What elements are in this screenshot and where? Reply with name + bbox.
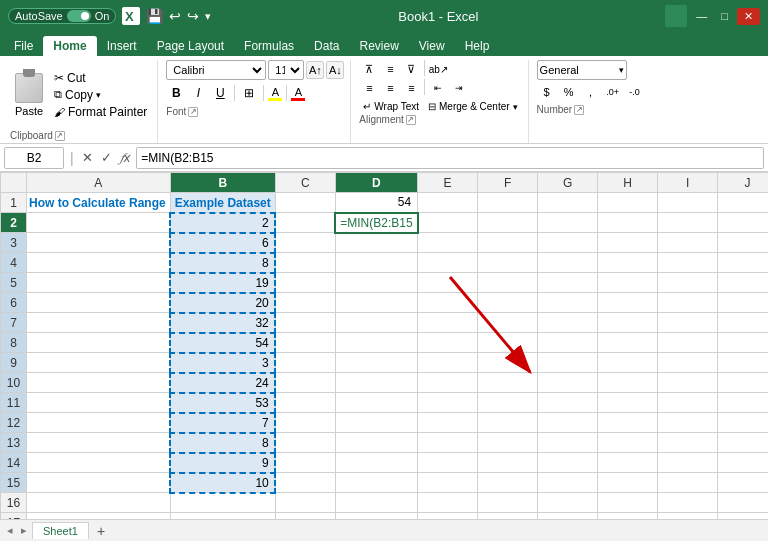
cell-h11[interactable] (598, 393, 658, 413)
cell-h4[interactable] (598, 253, 658, 273)
cell-b15[interactable]: 10 (170, 473, 275, 493)
tab-review[interactable]: Review (349, 36, 408, 56)
cell-g14[interactable] (538, 453, 598, 473)
cell-e2[interactable] (418, 213, 478, 233)
confirm-formula-btn[interactable]: ✓ (99, 150, 114, 165)
cell-e12[interactable] (418, 413, 478, 433)
sheet-tab-nav-left[interactable]: ◂ (4, 524, 16, 537)
merge-center-btn[interactable]: ⊟ Merge & Center ▾ (424, 100, 522, 113)
cell-i16[interactable] (658, 493, 718, 513)
cell-c12[interactable] (275, 413, 335, 433)
col-header-d[interactable]: D (335, 173, 417, 193)
cell-a13[interactable] (27, 433, 171, 453)
cell-i6[interactable] (658, 293, 718, 313)
cell-d9[interactable] (335, 353, 417, 373)
cell-a12[interactable] (27, 413, 171, 433)
row-header-5[interactable]: 5 (1, 273, 27, 293)
align-top-right-btn[interactable]: ⊽ (401, 60, 421, 78)
cell-j9[interactable] (718, 353, 768, 373)
orient-btn[interactable]: ab↗ (428, 60, 448, 78)
cell-b16[interactable] (170, 493, 275, 513)
cell-e14[interactable] (418, 453, 478, 473)
fill-color-button[interactable]: A (268, 86, 282, 101)
cell-f17[interactable] (478, 513, 538, 520)
cell-h3[interactable] (598, 233, 658, 253)
cell-c1[interactable] (275, 193, 335, 213)
cell-h13[interactable] (598, 433, 658, 453)
cell-a16[interactable] (27, 493, 171, 513)
col-header-j[interactable]: J (718, 173, 768, 193)
cell-b5[interactable]: 19 (170, 273, 275, 293)
cell-f7[interactable] (478, 313, 538, 333)
tab-formulas[interactable]: Formulas (234, 36, 304, 56)
cell-j15[interactable] (718, 473, 768, 493)
cell-b9[interactable]: 3 (170, 353, 275, 373)
cell-e13[interactable] (418, 433, 478, 453)
col-header-i[interactable]: I (658, 173, 718, 193)
cell-e15[interactable] (418, 473, 478, 493)
cell-f11[interactable] (478, 393, 538, 413)
cell-b12[interactable]: 7 (170, 413, 275, 433)
save-icon[interactable]: 💾 (146, 8, 163, 24)
cell-d13[interactable] (335, 433, 417, 453)
autosave-toggle[interactable]: AutoSave On (8, 8, 116, 24)
cell-c13[interactable] (275, 433, 335, 453)
cell-d3[interactable] (335, 233, 417, 253)
cell-f16[interactable] (478, 493, 538, 513)
copy-button[interactable]: ⧉ Copy ▾ (50, 87, 151, 103)
comma-btn[interactable]: , (581, 83, 601, 101)
cell-g1[interactable] (538, 193, 598, 213)
cell-c2[interactable] (275, 213, 335, 233)
cell-g7[interactable] (538, 313, 598, 333)
font-size-select[interactable]: 11 (268, 60, 304, 80)
cell-a17[interactable] (27, 513, 171, 520)
cell-j13[interactable] (718, 433, 768, 453)
cell-e9[interactable] (418, 353, 478, 373)
cell-i3[interactable] (658, 233, 718, 253)
cell-d6[interactable] (335, 293, 417, 313)
cell-d7[interactable] (335, 313, 417, 333)
cell-a7[interactable] (27, 313, 171, 333)
increase-decimal-btn[interactable]: .0+ (603, 83, 623, 101)
cancel-formula-btn[interactable]: ✕ (80, 150, 95, 165)
cell-g10[interactable] (538, 373, 598, 393)
cell-h5[interactable] (598, 273, 658, 293)
cell-c14[interactable] (275, 453, 335, 473)
cell-h8[interactable] (598, 333, 658, 353)
cell-a8[interactable] (27, 333, 171, 353)
cell-i5[interactable] (658, 273, 718, 293)
row-header-15[interactable]: 15 (1, 473, 27, 493)
cell-e6[interactable] (418, 293, 478, 313)
cell-a5[interactable] (27, 273, 171, 293)
cell-j5[interactable] (718, 273, 768, 293)
indent-increase-btn[interactable]: ⇥ (449, 79, 469, 97)
cell-e11[interactable] (418, 393, 478, 413)
cell-j3[interactable] (718, 233, 768, 253)
cell-f13[interactable] (478, 433, 538, 453)
cell-c6[interactable] (275, 293, 335, 313)
cell-d1[interactable]: 54 (335, 193, 417, 213)
redo-icon[interactable]: ↪ (187, 8, 199, 24)
cell-e17[interactable] (418, 513, 478, 520)
cell-i4[interactable] (658, 253, 718, 273)
cell-f9[interactable] (478, 353, 538, 373)
cell-b13[interactable]: 8 (170, 433, 275, 453)
autosave-toggle-switch[interactable] (67, 10, 91, 22)
align-right-btn[interactable]: ≡ (401, 79, 421, 97)
tab-insert[interactable]: Insert (97, 36, 147, 56)
cell-b8[interactable]: 54 (170, 333, 275, 353)
cell-f15[interactable] (478, 473, 538, 493)
align-center-btn[interactable]: ≡ (380, 79, 400, 97)
cell-j2[interactable] (718, 213, 768, 233)
cell-g12[interactable] (538, 413, 598, 433)
cell-f14[interactable] (478, 453, 538, 473)
cell-b6[interactable]: 20 (170, 293, 275, 313)
align-top-center-btn[interactable]: ≡ (380, 60, 400, 78)
cell-d11[interactable] (335, 393, 417, 413)
tab-view[interactable]: View (409, 36, 455, 56)
cell-j17[interactable] (718, 513, 768, 520)
cell-f6[interactable] (478, 293, 538, 313)
cell-e7[interactable] (418, 313, 478, 333)
cell-i10[interactable] (658, 373, 718, 393)
cell-g16[interactable] (538, 493, 598, 513)
